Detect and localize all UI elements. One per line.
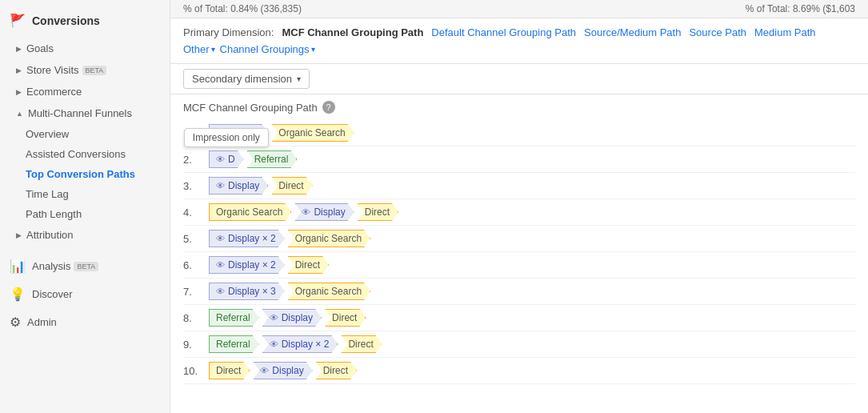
dim-link-source[interactable]: Source Path <box>689 26 746 38</box>
sidebar-sub-label: Path Length <box>26 208 82 220</box>
path-chips: 👁Display Direct <box>209 177 855 194</box>
row-number: 1. <box>183 127 209 139</box>
dim-link-mcf[interactable]: MCF Channel Grouping Path <box>282 26 423 38</box>
chip-display: 👁Display × 3 <box>209 283 285 300</box>
table-row: 5. 👁Display × 2 Organic Search <box>183 226 855 252</box>
chip-direct: Direct <box>358 203 398 221</box>
right-hint: % of Total: 8.69% ($1,603 <box>746 3 855 14</box>
chip-wrapper: 👁D Impression only <box>209 150 244 168</box>
sidebar-item-store-visits[interactable]: ▶ Store Visits BETA <box>0 59 170 81</box>
dim-link-other[interactable]: Other ▾ <box>183 43 215 55</box>
path-chips: 👁Display Organic Search <box>209 124 855 142</box>
chip-display: 👁Display × 2 <box>209 230 285 247</box>
dim-link-default[interactable]: Default Channel Grouping Path <box>431 26 576 38</box>
sidebar-sub-label: Time Lag <box>26 188 69 200</box>
table-row: 3. 👁Display Direct <box>183 173 855 199</box>
chip-display: 👁D <box>209 150 244 168</box>
secondary-dim-label: Secondary dimension <box>192 73 292 85</box>
table-row: 6. 👁Display × 2 Direct <box>183 252 855 279</box>
sidebar-item-label: Attribution <box>26 229 74 241</box>
triangle-icon: ▶ <box>16 45 22 53</box>
path-chips: Direct 👁Display Direct <box>209 362 855 379</box>
triangle-icon: ▲ <box>16 110 23 118</box>
row-number: 6. <box>183 259 209 271</box>
sidebar-sub-overview[interactable]: Overview <box>0 124 170 144</box>
admin-icon: ⚙ <box>10 315 21 330</box>
sidebar-item-discover[interactable]: 💡 Discover <box>0 280 170 308</box>
mcf-column-header: MCF Channel Grouping Path ? <box>170 94 868 120</box>
sidebar-item-label: Analysis <box>32 260 70 272</box>
sidebar-item-admin[interactable]: ⚙ Admin <box>0 308 170 336</box>
chip-display: 👁Display <box>209 177 268 194</box>
chip-direct: Direct <box>209 362 250 379</box>
top-hint-bar: % of Total: 0.84% (336,835) % of Total: … <box>170 0 868 18</box>
sidebar-item-ecommerce[interactable]: ▶ Ecommerce <box>0 81 170 102</box>
chip-organic-search: Organic Search <box>209 203 291 221</box>
beta-badge: BETA <box>82 66 107 75</box>
primary-dimension-bar: Primary Dimension: MCF Channel Grouping … <box>170 18 868 64</box>
eye-icon: 👁 <box>270 313 278 323</box>
table-row: 10. Direct 👁Display Direct <box>183 358 855 384</box>
row-number: 10. <box>183 365 209 377</box>
sidebar-item-label: Store Visits <box>26 64 79 76</box>
path-chips: Referral 👁Display × 2 Direct <box>209 335 855 353</box>
sidebar-item-analysis[interactable]: 📊 Analysis BETA <box>0 252 170 280</box>
chip-display: 👁Display <box>209 124 268 142</box>
sidebar-item-attribution[interactable]: ▶ Attribution <box>0 224 170 246</box>
flag-icon: 🚩 <box>10 13 26 28</box>
row-number: 4. <box>183 206 209 219</box>
sidebar: 🚩 Conversions ▶ Goals ▶ Store Visits BET… <box>0 0 170 413</box>
chip-display: 👁Display × 2 <box>262 335 338 353</box>
sidebar-sub-time-lag[interactable]: Time Lag <box>0 184 170 204</box>
chip-direct: Direct <box>316 362 357 379</box>
eye-icon: 👁 <box>260 366 269 375</box>
row-number: 9. <box>183 339 209 351</box>
eye-icon: 👁 <box>216 154 225 164</box>
dim-link-channel-groupings[interactable]: Channel Groupings ▾ <box>220 43 315 55</box>
dim-link-source-medium[interactable]: Source/Medium Path <box>584 26 681 38</box>
chip-display: 👁Display × 2 <box>209 256 285 274</box>
dropdown-arrow-icon: ▾ <box>297 74 301 83</box>
eye-icon: 👁 <box>302 207 310 217</box>
dim-link-channel-groupings-label: Channel Groupings <box>220 43 310 55</box>
eye-icon: 👁 <box>216 287 225 296</box>
chip-display: 👁Display <box>253 362 312 379</box>
chevron-down-icon: ▾ <box>311 45 315 54</box>
row-number: 8. <box>183 312 209 324</box>
path-table: 1. 👁Display Organic Search 2. 👁D Impress… <box>170 120 868 384</box>
discover-icon: 💡 <box>10 287 26 302</box>
table-row: 9. Referral 👁Display × 2 Direct <box>183 331 855 358</box>
row-number: 2. <box>183 154 209 166</box>
sidebar-item-multi-channel[interactable]: ▲ Multi-Channel Funnels <box>0 102 170 124</box>
eye-icon: 👁 <box>270 339 278 349</box>
row-number: 5. <box>183 233 209 245</box>
chip-organic-search: Organic Search <box>288 230 370 247</box>
triangle-icon: ▶ <box>16 88 22 96</box>
sidebar-sub-top-conversion[interactable]: Top Conversion Paths <box>0 164 170 184</box>
dim-link-other-label: Other <box>183 43 210 55</box>
path-chips: 👁D Impression only Referral <box>209 150 855 168</box>
secondary-dimension-button[interactable]: Secondary dimension ▾ <box>183 69 310 89</box>
sidebar-sub-path-length[interactable]: Path Length <box>0 204 170 224</box>
row-number: 3. <box>183 180 209 192</box>
dim-link-medium[interactable]: Medium Path <box>754 26 816 38</box>
chip-referral: Referral <box>209 309 259 327</box>
triangle-icon: ▶ <box>16 231 22 239</box>
table-row: 2. 👁D Impression only Referral <box>183 146 855 173</box>
sidebar-item-label: Multi-Channel Funnels <box>28 107 132 119</box>
secondary-dim-row: Secondary dimension ▾ <box>170 64 868 94</box>
help-icon[interactable]: ? <box>322 101 335 114</box>
left-hint: % of Total: 0.84% (336,835) <box>183 3 302 14</box>
table-row: 1. 👁Display Organic Search <box>183 120 855 146</box>
main-content: % of Total: 0.84% (336,835) % of Total: … <box>170 0 868 413</box>
chip-referral: Referral <box>209 335 259 353</box>
sidebar-item-goals[interactable]: ▶ Goals <box>0 38 170 59</box>
chip-organic-search: Organic Search <box>271 124 354 142</box>
path-chips: 👁Display × 2 Organic Search <box>209 230 855 247</box>
path-chips: 👁Display × 2 Direct <box>209 256 855 274</box>
chip-direct: Direct <box>271 177 312 194</box>
sidebar-bottom: 📊 Analysis BETA 💡 Discover ⚙ Admin <box>0 252 170 336</box>
eye-icon: 👁 <box>216 234 225 243</box>
chip-organic-search: Organic Search <box>288 283 370 300</box>
sidebar-sub-assisted[interactable]: Assisted Conversions <box>0 144 170 164</box>
